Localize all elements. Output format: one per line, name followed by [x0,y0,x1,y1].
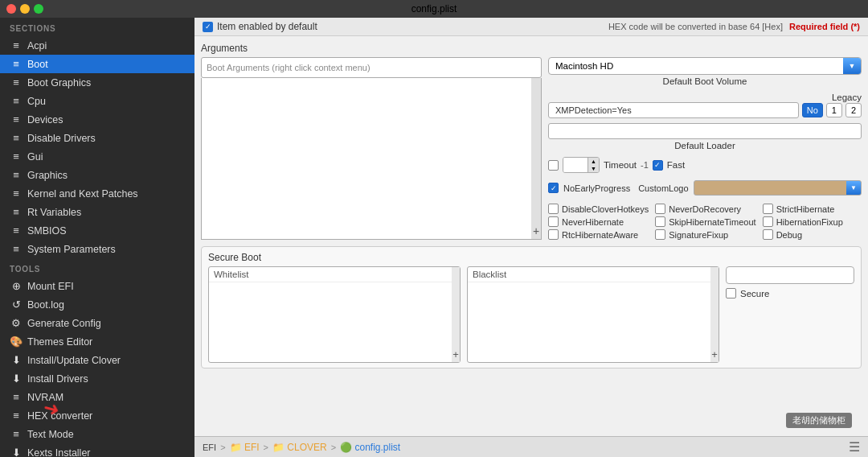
args-container: Boot Arguments (right click context menu… [201,57,862,240]
cb-skip-hibernate-timeout: SkipHibernateTimeout [655,216,755,227]
sidebar-item-mount-efi[interactable]: ⊕ Mount EFI [0,277,194,295]
inner-content: Arguments Boot Arguments (right click co… [194,36,868,436]
sidebar-item-disable-drivers[interactable]: ≡ Disable Drivers [0,129,194,147]
cb-strict-hibernate: StrictHibernate [763,204,862,214]
required-field-text: Required field (*) [789,22,860,31]
boot-volume-dropdown[interactable]: Macintosh HD ▼ ▼ [548,57,862,75]
timeout-value [563,158,588,172]
cb-hibernation-fixup-box[interactable] [763,216,773,227]
breadcrumb-efi-2: 📁 EFI [230,442,260,453]
cb-signature-fixup-box[interactable] [655,229,665,240]
whitelist-box: Whitelist + [208,266,461,363]
sidebar-item-hex-converter[interactable]: ≡ HEX converter [0,406,194,425]
sidebar-item-boot[interactable]: ≡ Boot [0,55,194,73]
fast-checkbox[interactable]: ✓ [653,160,663,171]
download-icon: ⬇ [10,447,23,457]
sidebar-item-boot-log[interactable]: ↺ Boot.log [0,295,194,314]
list-icon: ≡ [10,113,23,126]
sidebar-item-gui[interactable]: ≡ Gui [0,147,194,166]
noearly-checkbox[interactable]: ✓ [548,183,559,193]
stepper-down[interactable]: ▼ [588,165,599,172]
cb-label: SkipHibernateTimeout [669,217,755,227]
tools-label: TOOLS [0,258,194,277]
sidebar-item-boot-graphics[interactable]: ≡ Boot Graphics [0,73,194,92]
secure-dropdown[interactable]: ▼ [726,266,854,284]
sidebar-item-system-parameters[interactable]: ≡ System Parameters [0,240,194,258]
legacy-label: Legacy [548,93,862,102]
main-layout: SECTIONS ≡ Acpi ≡ Boot ≡ Boot Graphics ≡… [0,18,868,457]
sidebar-item-label: Mount EFI [27,281,74,292]
cb-debug-box[interactable] [763,229,773,240]
cb-never-do-recovery-box[interactable] [655,204,665,214]
mount-icon: ⊕ [10,280,23,292]
sidebar-item-rt-variables[interactable]: ≡ Rt Variables [0,203,194,221]
sidebar-item-nvram[interactable]: ≡ NVRAM [0,388,194,406]
stepper-up[interactable]: ▲ [588,158,599,165]
blacklist-plus[interactable]: + [711,348,718,360]
sidebar-item-label: Rt Variables [27,207,81,218]
breadcrumb-sep-2: > [264,443,268,452]
breadcrumb-sep-1: > [220,443,225,452]
default-loader-label: Default Loader [548,139,862,152]
sidebar-item-label: Kexts Installer [27,447,91,458]
minimize-button[interactable] [20,4,30,14]
default-loader-field[interactable] [548,123,862,139]
sidebar-item-label: Disable Drivers [27,133,96,144]
maximize-button[interactable] [34,4,43,14]
sidebar-item-graphics[interactable]: ≡ Graphics [0,166,194,184]
no-button[interactable]: No [802,103,823,117]
default-loader-container: Default Loader [548,123,862,152]
sidebar-item-themes-editor[interactable]: 🎨 Themes Editor [0,332,194,351]
sidebar-item-acpi[interactable]: ≡ Acpi [0,36,194,55]
dropdown-blue-btn[interactable]: ▼ [843,58,861,74]
window-title: config.plist [411,3,457,14]
sidebar-item-text-mode[interactable]: ≡ Text Mode [0,425,194,443]
settings-icon[interactable]: ☰ [849,440,860,454]
sidebar-item-kernel-kext[interactable]: ≡ Kernel and Kext Patches [0,184,194,203]
sidebar-item-generate-config[interactable]: ⚙ Generate Config [0,314,194,332]
titlebar: config.plist [0,0,868,18]
timeout-checkbox[interactable] [548,160,559,171]
btn-1[interactable]: 1 [826,103,842,117]
close-button[interactable] [6,4,16,14]
log-icon: ↺ [10,298,23,311]
bottom-right: ☰ [849,439,860,455]
add-arg-button[interactable]: + [533,224,539,237]
btn-2[interactable]: 2 [845,103,862,117]
item-enabled-checkbox[interactable]: ✓ [203,22,213,32]
sidebar-item-label: NVRAM [27,392,63,403]
cb-never-hibernate-box[interactable] [548,216,559,227]
sidebar-item-cpu[interactable]: ≡ Cpu [0,92,194,110]
breadcrumb-clover: 📁 CLOVER [272,442,327,453]
custom-logo-arrow[interactable]: ▼ [846,181,861,195]
cb-rtc-hibernate-aware: RtcHibernateAware [548,229,649,240]
list-icon: ≡ [10,410,23,422]
cb-label: DisableCloverHotkeys [562,204,649,214]
boot-volume-value: Macintosh HD [555,61,613,71]
sidebar-item-label: System Parameters [27,244,116,255]
boot-args-input[interactable]: Boot Arguments (right click context menu… [201,57,542,78]
sidebar-item-devices[interactable]: ≡ Devices [0,110,194,129]
blacklist-label: Blacklist [468,267,719,282]
cb-rtc-hibernate-aware-box[interactable] [548,229,559,240]
sidebar-item-install-drivers[interactable]: ⬇ Install Drivers [0,369,194,388]
cb-label: StrictHibernate [776,204,835,214]
arguments-label: Arguments [201,43,862,54]
secure-checkbox[interactable] [726,288,736,298]
blacklist-box: Blacklist + [467,266,719,363]
sidebar-item-smbios[interactable]: ≡ SMBIOS [0,221,194,240]
whitelist-plus[interactable]: + [452,348,459,360]
cb-skip-hibernate-timeout-box[interactable] [655,216,665,227]
folder-icon: 📁 [230,442,242,453]
checkboxes-grid: DisableCloverHotkeys NeverDoRecovery Str… [548,204,862,240]
timeout-stepper[interactable]: ▲ ▼ [563,157,600,173]
custom-logo-field[interactable]: ▼ [694,180,862,196]
sections-label: SECTIONS [0,18,194,36]
cb-strict-hibernate-box[interactable] [763,204,773,214]
cb-disable-clover-hotkeys-box[interactable] [548,204,559,214]
sidebar-item-kexts-installer[interactable]: ⬇ Kexts Installer [0,443,194,457]
cb-disable-clover-hotkeys: DisableCloverHotkeys [548,204,649,214]
breadcrumb-config-text: config.plist [355,442,401,453]
sidebar-item-label: Devices [27,114,63,126]
sidebar-item-install-clover[interactable]: ⬇ Install/Update Clover [0,351,194,369]
